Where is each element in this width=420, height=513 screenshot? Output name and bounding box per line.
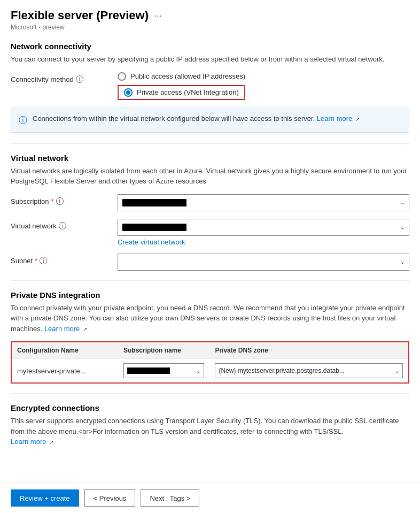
subscription-required: *: [51, 197, 54, 205]
dns-learn-more-link[interactable]: Learn more: [44, 325, 80, 333]
vnet-info-icon[interactable]: i: [59, 222, 66, 229]
dns-integration-section: Private DNS integration To connect priva…: [11, 290, 409, 384]
subscription-value: [122, 199, 186, 206]
subscription-dropdown[interactable]: ⌄: [118, 194, 409, 211]
dns-table-row: mytestserver-private... ⌄ (New) my: [12, 359, 408, 383]
dns-zone-value: (New) mytestserver.private.postgres.data…: [219, 367, 344, 374]
encrypted-connections-title: Encrypted connections: [11, 403, 409, 412]
connectivity-method-radio-group: Public access (allowed IP addresses) Pri…: [118, 72, 409, 100]
divider-1: [11, 143, 409, 144]
vnet-chevron-icon: ⌄: [400, 224, 405, 230]
dns-col-config: Configuration Name: [12, 342, 118, 359]
dns-subscription-value: [127, 367, 170, 374]
page-title: Flexible server (Preview): [11, 9, 149, 22]
subscription-dropdown-wrap: ⌄: [118, 194, 409, 211]
dns-subscription-chevron-icon: ⌄: [196, 368, 200, 374]
review-create-button[interactable]: Review + create: [11, 489, 79, 507]
dns-external-link-icon: ↗: [83, 326, 87, 332]
external-link-icon: ↗: [355, 116, 360, 122]
radio-private-access-selected[interactable]: Private access (VNet Integration): [118, 85, 245, 100]
info-box-icon: ⓘ: [19, 114, 27, 127]
subnet-label: Subnet: [11, 257, 33, 265]
virtual-network-row: Virtual network i ⌄ Create virtual netwo…: [11, 219, 409, 246]
dns-config-name: mytestserver-private...: [17, 367, 86, 375]
subscription-label: Subscription: [11, 197, 49, 205]
dns-integration-title: Private DNS integration: [11, 290, 409, 300]
dns-table: Configuration Name Subscription name Pri…: [12, 342, 408, 382]
subnet-chevron-icon: ⌄: [400, 259, 405, 265]
radio-public-label: Public access (allowed IP addresses): [130, 72, 245, 80]
subnet-dropdown[interactable]: ⌄: [118, 254, 409, 271]
radio-public-access[interactable]: Public access (allowed IP addresses): [118, 72, 409, 81]
dns-table-container: Configuration Name Subscription name Pri…: [11, 341, 409, 384]
network-connectivity-title: Network connectivity: [11, 42, 409, 51]
subnet-control-wrap: ⌄: [118, 254, 409, 271]
connectivity-method-info-icon[interactable]: i: [76, 75, 83, 83]
encrypted-connections-desc: This server supports encrypted connectio…: [11, 416, 409, 447]
dns-col-subscription: Subscription name: [118, 342, 209, 359]
radio-private-circle: [124, 88, 133, 97]
network-connectivity-desc: You can connect to your server by specif…: [11, 54, 409, 65]
dns-zone-chevron-icon: ⌄: [395, 368, 399, 374]
virtual-network-title: Virtual network: [11, 154, 409, 163]
info-box-message: Connections from within the virtual netw…: [33, 113, 360, 127]
connectivity-learn-more-link[interactable]: Learn more: [317, 114, 352, 122]
dns-subscription-dropdown[interactable]: ⌄: [123, 363, 204, 378]
encrypted-connections-section: Encrypted connections This server suppor…: [11, 403, 409, 447]
vnet-label: Virtual network: [11, 222, 57, 230]
subnet-info-icon[interactable]: i: [40, 257, 47, 264]
divider-2: [11, 280, 409, 281]
subscription-chevron-icon: ⌄: [400, 200, 405, 205]
encrypted-external-link-icon: ↗: [49, 439, 53, 445]
private-access-info-box: ⓘ Connections from within the virtual ne…: [11, 108, 409, 133]
vnet-dropdown[interactable]: ⌄: [118, 219, 409, 236]
radio-private-label: Private access (VNet Integration): [137, 88, 239, 96]
subscription-info-icon[interactable]: i: [56, 197, 64, 205]
virtual-network-desc: Virtual networks are logically isolated …: [11, 166, 409, 187]
subnet-required: *: [35, 257, 37, 265]
ellipsis-menu-icon[interactable]: ···: [154, 10, 162, 21]
previous-button[interactable]: < Previous: [84, 489, 136, 507]
dns-col-zone: Private DNS zone: [209, 342, 408, 359]
divider-3: [11, 393, 409, 394]
vnet-value: [122, 224, 186, 231]
next-button[interactable]: Next : Tags >: [141, 489, 199, 507]
subscription-row: Subscription * i ⌄: [11, 194, 409, 211]
virtual-network-section: Virtual network Virtual networks are log…: [11, 154, 409, 271]
create-virtual-network-link[interactable]: Create virtual network: [118, 238, 185, 246]
connectivity-method-label: Connectivity method: [11, 75, 74, 83]
dns-zone-dropdown[interactable]: (New) mytestserver.private.postgres.data…: [215, 363, 403, 378]
subnet-row: Subnet * i ⌄: [11, 254, 409, 271]
dns-integration-desc: To connect privately with your private e…: [11, 303, 409, 334]
vnet-control-wrap: ⌄ Create virtual network: [118, 219, 409, 246]
page-subtitle: Microsoft - preview: [11, 24, 409, 31]
radio-public-circle: [118, 72, 126, 81]
footer: Review + create < Previous Next : Tags >: [0, 483, 420, 513]
encrypted-learn-more-link[interactable]: Learn more: [11, 438, 46, 446]
